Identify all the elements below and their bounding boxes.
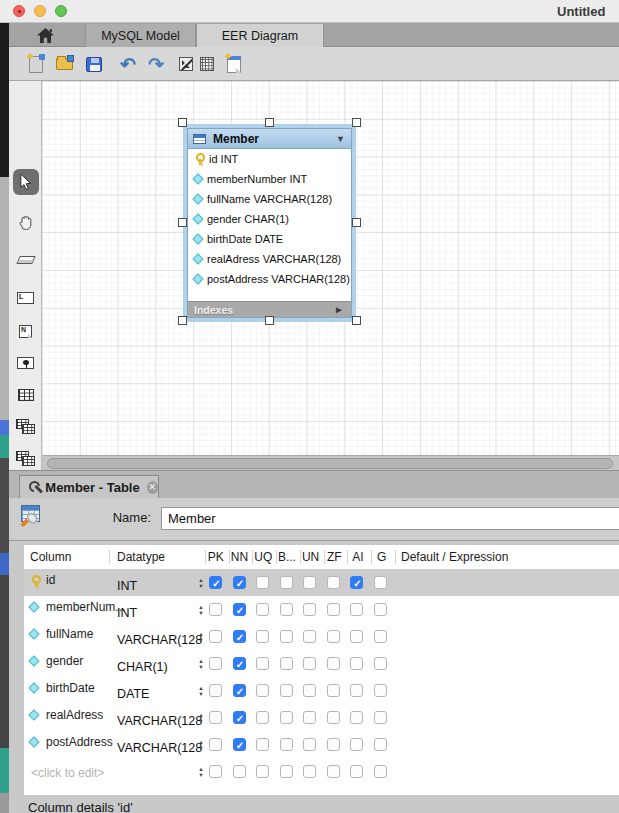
table-row-postaddress[interactable]: postAddress VARCHAR(128 xyxy=(24,731,619,758)
tool-note[interactable]: N xyxy=(9,317,42,345)
datatype-value[interactable]: VARCHAR(128 xyxy=(117,632,202,648)
checkbox-nn[interactable] xyxy=(233,684,246,697)
header-zf[interactable]: ZF xyxy=(322,545,346,569)
checkbox-bin[interactable] xyxy=(280,711,293,724)
checkbox-zf[interactable] xyxy=(327,765,340,778)
column-name[interactable]: realAdress xyxy=(46,707,103,723)
table-row-new[interactable]: <click to edit> xyxy=(24,758,619,785)
checkbox-pk[interactable] xyxy=(209,603,222,616)
column-name[interactable]: birthDate xyxy=(46,680,95,696)
checkbox-un[interactable] xyxy=(303,738,316,751)
resize-handle-bottom-right[interactable] xyxy=(352,316,361,325)
checkbox-zf[interactable] xyxy=(327,603,340,616)
checkbox-uq[interactable] xyxy=(256,684,269,697)
header-bin[interactable]: B... xyxy=(275,545,299,569)
tab-eer-diagram[interactable]: EER Diagram xyxy=(196,24,324,47)
column-name[interactable]: postAddress xyxy=(46,734,113,750)
eer-diagram-canvas[interactable]: Member ▼ id INT memberNumber INT fullNam… xyxy=(42,81,619,455)
header-default-expression[interactable]: Default / Expression xyxy=(401,545,508,569)
table-name-input[interactable] xyxy=(161,507,619,530)
checkbox-ai[interactable] xyxy=(350,738,363,751)
checkbox-un[interactable] xyxy=(303,630,316,643)
column-name[interactable]: gender xyxy=(46,653,83,669)
checkbox-g[interactable] xyxy=(374,657,387,670)
checkbox-un[interactable] xyxy=(303,576,316,589)
figure-column-row[interactable]: realAdress VARCHAR(128) xyxy=(188,249,351,269)
tool-layer[interactable]: L xyxy=(9,284,42,312)
checkbox-uq[interactable] xyxy=(256,657,269,670)
checkbox-bin[interactable] xyxy=(280,603,293,616)
checkbox-g[interactable] xyxy=(374,603,387,616)
table-row-fullname[interactable]: fullName VARCHAR(128 xyxy=(24,623,619,650)
column-name[interactable]: fullName xyxy=(46,626,93,642)
open-model-button[interactable] xyxy=(52,52,76,76)
checkbox-zf[interactable] xyxy=(327,576,340,589)
checkbox-pk[interactable] xyxy=(209,576,222,589)
toggle-grid-button[interactable] xyxy=(195,52,219,76)
header-uq[interactable]: UQ xyxy=(251,545,275,569)
figure-column-row[interactable]: fullName VARCHAR(128) xyxy=(188,189,351,209)
header-column[interactable]: Column xyxy=(30,545,71,569)
figure-column-row[interactable]: memberNumber INT xyxy=(188,169,351,189)
table-row-birthdate[interactable]: birthDate DATE xyxy=(24,677,619,704)
resize-handle-top-right[interactable] xyxy=(352,118,361,127)
column-name[interactable]: id xyxy=(46,572,55,588)
new-column-placeholder[interactable]: <click to edit> xyxy=(31,765,104,781)
checkbox-pk[interactable] xyxy=(209,684,222,697)
checkbox-g[interactable] xyxy=(374,711,387,724)
tool-routine-group[interactable] xyxy=(9,445,42,473)
checkbox-un[interactable] xyxy=(303,684,316,697)
table-row-gender[interactable]: gender CHAR(1) xyxy=(24,650,619,677)
datatype-stepper[interactable] xyxy=(196,683,206,698)
resize-handle-bottom-center[interactable] xyxy=(265,316,274,325)
member-table-figure[interactable]: Member ▼ id INT memberNumber INT fullNam… xyxy=(187,128,352,318)
checkbox-g[interactable] xyxy=(374,765,387,778)
checkbox-ai[interactable] xyxy=(350,657,363,670)
checkbox-pk[interactable] xyxy=(209,657,222,670)
datatype-value[interactable]: DATE xyxy=(117,686,149,702)
datatype-stepper[interactable] xyxy=(196,629,206,644)
resize-handle-bottom-left[interactable] xyxy=(178,316,187,325)
tool-table[interactable] xyxy=(9,381,42,409)
checkbox-uq[interactable] xyxy=(256,738,269,751)
column-name[interactable]: memberNum... xyxy=(46,599,125,615)
close-editor-tab-button[interactable]: ✕ xyxy=(147,481,158,494)
checkbox-ai[interactable] xyxy=(350,630,363,643)
tab-home[interactable] xyxy=(18,23,72,47)
checkbox-ai[interactable] xyxy=(350,603,363,616)
checkbox-ai[interactable] xyxy=(350,684,363,697)
figure-column-row[interactable]: gender CHAR(1) xyxy=(188,209,351,229)
save-model-button[interactable] xyxy=(82,52,106,76)
horizontal-scrollbar[interactable] xyxy=(42,455,619,470)
datatype-value[interactable]: VARCHAR(128 xyxy=(117,713,202,729)
tool-image[interactable] xyxy=(9,349,42,377)
datatype-value[interactable]: VARCHAR(128 xyxy=(117,740,202,756)
datatype-value[interactable]: INT xyxy=(117,578,137,594)
header-ai[interactable]: AI xyxy=(346,545,370,569)
checkbox-g[interactable] xyxy=(374,738,387,751)
table-row-id[interactable]: id INT xyxy=(24,569,619,596)
checkbox-nn[interactable] xyxy=(233,738,246,751)
checkbox-ai[interactable] xyxy=(350,765,363,778)
checkbox-nn[interactable] xyxy=(233,630,246,643)
checkbox-un[interactable] xyxy=(303,711,316,724)
checkbox-uq[interactable] xyxy=(256,576,269,589)
checkbox-bin[interactable] xyxy=(280,630,293,643)
checkbox-g[interactable] xyxy=(374,684,387,697)
tool-eraser[interactable] xyxy=(9,246,42,274)
zoom-window-button[interactable] xyxy=(55,5,67,17)
checkbox-nn[interactable] xyxy=(233,576,246,589)
tool-select[interactable] xyxy=(9,168,42,196)
header-un[interactable]: UN xyxy=(299,545,323,569)
checkbox-zf[interactable] xyxy=(327,657,340,670)
resize-handle-middle-right[interactable] xyxy=(352,218,361,227)
table-row-realadress[interactable]: realAdress VARCHAR(128 xyxy=(24,704,619,731)
checkbox-pk[interactable] xyxy=(209,765,222,778)
figure-column-row[interactable]: id INT xyxy=(188,149,351,169)
tool-view[interactable] xyxy=(9,413,42,441)
datatype-stepper[interactable] xyxy=(196,575,206,590)
minimize-window-button[interactable] xyxy=(34,5,46,17)
datatype-stepper[interactable] xyxy=(196,764,206,779)
checkbox-bin[interactable] xyxy=(280,657,293,670)
close-window-button[interactable] xyxy=(13,5,25,17)
